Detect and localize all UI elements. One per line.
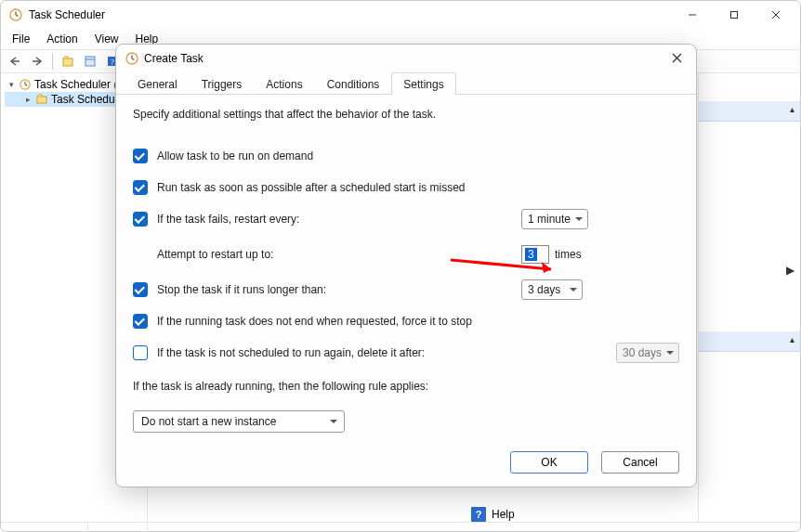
run-asap-label: Run task as soon as possible after a sch…	[157, 181, 679, 194]
help-icon: ?	[471, 507, 486, 522]
clock-icon	[125, 52, 138, 65]
force-stop-label: If the running task does not end when re…	[157, 315, 679, 328]
svg-line-2	[16, 15, 19, 17]
tree-library-label: Task Schedule	[51, 93, 124, 106]
stop-longer-label: Stop the task if it runs longer than:	[157, 283, 512, 296]
minimize-button[interactable]	[671, 2, 713, 28]
actions-arrow-row[interactable]: ▶	[699, 261, 800, 281]
row-delete-after: If the task is not scheduled to run agai…	[133, 340, 679, 366]
tab-settings[interactable]: Settings	[391, 72, 455, 95]
window-controls	[671, 2, 796, 28]
dialog-body: Specify additional settings that affect …	[116, 95, 696, 442]
svg-rect-17	[37, 97, 46, 103]
window-title: Task Scheduler	[29, 8, 671, 21]
task-scheduler-window: Task Scheduler File Action View Help	[0, 0, 801, 532]
svg-rect-4	[730, 12, 737, 19]
row-already-running: If the task is already running, then the…	[133, 373, 679, 399]
cancel-button[interactable]: Cancel	[601, 451, 679, 474]
tab-triggers[interactable]: Triggers	[190, 72, 255, 95]
delete-after-label: If the task is not scheduled to run agai…	[157, 346, 577, 359]
allow-on-demand-label: Allow task to be run on demand	[157, 149, 679, 162]
dialog-title: Create Task	[144, 52, 663, 65]
row-force-stop: If the running task does not end when re…	[133, 308, 679, 334]
actions-band-1[interactable]: ▴	[699, 101, 800, 122]
already-running-label: If the task is already running, then the…	[133, 380, 679, 393]
close-button[interactable]	[755, 2, 796, 28]
delete-after-select: 30 days	[616, 343, 679, 363]
collapse-icon[interactable]: ▾	[7, 80, 16, 89]
chevron-up-icon: ▴	[790, 334, 794, 344]
row-restart-every: If the task fails, restart every: 1 minu…	[133, 206, 679, 232]
restart-every-checkbox[interactable]	[133, 212, 148, 227]
clock-icon	[20, 79, 31, 90]
svg-text:?: ?	[111, 58, 114, 67]
attempt-count-input[interactable]: 3	[521, 245, 549, 264]
tab-general[interactable]: General	[125, 72, 190, 95]
dialog-close-button[interactable]	[663, 46, 690, 71]
run-asap-checkbox[interactable]	[133, 180, 148, 195]
titlebar: Task Scheduler	[1, 1, 800, 29]
tab-conditions[interactable]: Conditions	[315, 72, 392, 95]
force-stop-checkbox[interactable]	[133, 314, 148, 329]
toolbar-separator	[52, 53, 53, 70]
svg-line-16	[25, 84, 27, 85]
up-button[interactable]	[58, 51, 78, 71]
dialog-tabs: General Triggers Actions Conditions Sett…	[116, 71, 696, 95]
row-attempt: Attempt to restart up to: 3 times	[133, 241, 679, 267]
restart-interval-select[interactable]: 1 minute	[521, 209, 588, 229]
allow-on-demand-checkbox[interactable]	[133, 149, 148, 163]
properties-button[interactable]	[80, 51, 100, 71]
dialog-buttons: OK Cancel	[116, 442, 696, 487]
attempt-suffix: times	[555, 248, 582, 261]
folder-icon	[36, 94, 47, 105]
expand-icon[interactable]: ▸	[23, 95, 33, 104]
dialog-titlebar: Create Task	[116, 45, 696, 71]
help-label: Help	[492, 508, 515, 521]
delete-after-checkbox[interactable]	[133, 345, 148, 360]
menu-action[interactable]: Action	[41, 31, 83, 47]
ok-button[interactable]: OK	[510, 451, 588, 474]
clock-icon	[8, 7, 23, 22]
row-allow-on-demand: Allow task to be run on demand	[133, 143, 679, 169]
help-row[interactable]: ? Help	[471, 507, 515, 522]
forward-button[interactable]	[27, 51, 47, 71]
menu-file[interactable]: File	[7, 31, 35, 47]
settings-intro: Specify additional settings that affect …	[133, 108, 679, 121]
chevron-up-icon: ▴	[790, 104, 794, 114]
svg-rect-10	[85, 57, 95, 66]
svg-rect-9	[63, 58, 72, 66]
status-bar	[1, 522, 800, 531]
actions-pane: ▴ ▶ ▴	[698, 73, 800, 522]
svg-line-20	[132, 58, 135, 60]
stop-longer-select[interactable]: 3 days	[521, 279, 583, 300]
restart-every-label: If the task fails, restart every:	[157, 213, 512, 226]
back-button[interactable]	[5, 51, 25, 71]
instance-rule-select[interactable]: Do not start a new instance	[133, 410, 345, 433]
row-run-asap: Run task as soon as possible after a sch…	[133, 175, 679, 201]
row-stop-longer: Stop the task if it runs longer than: 3 …	[133, 277, 679, 303]
stop-longer-checkbox[interactable]	[133, 282, 148, 297]
arrow-right-icon: ▶	[786, 264, 794, 277]
tree-root-label: Task Scheduler (L	[34, 78, 124, 91]
actions-band-2[interactable]: ▴	[699, 331, 800, 352]
tab-actions[interactable]: Actions	[254, 72, 314, 95]
attempt-label: Attempt to restart up to:	[157, 248, 512, 261]
maximize-button[interactable]	[713, 2, 755, 28]
create-task-dialog: Create Task General Triggers Actions Con…	[115, 44, 697, 487]
